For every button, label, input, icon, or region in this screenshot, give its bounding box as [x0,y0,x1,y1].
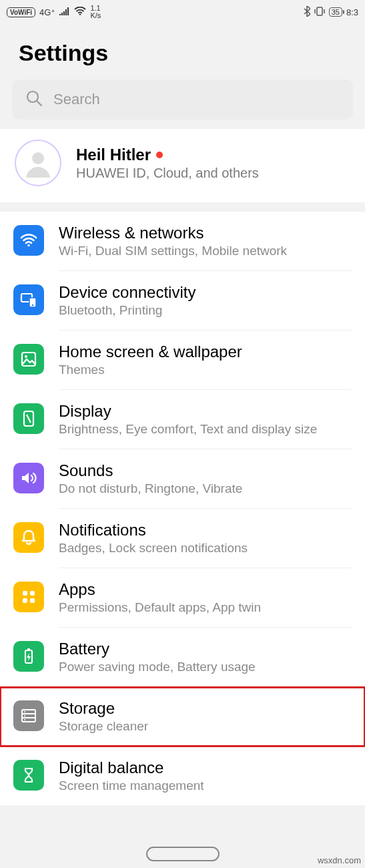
sounds-icon [13,463,44,493]
page-title: Settings [0,24,365,79]
display-icon [13,403,44,434]
svg-point-24 [24,719,25,720]
storage-icon [13,700,44,731]
status-bar-right: 35 8:3 [304,6,358,19]
row-title: Battery [59,640,352,658]
status-bar-left: VoWiFi 4G⁺ 1.1 K/s [7,5,101,19]
cellular-icon: 4G⁺ [39,7,55,17]
row-title: Display [59,402,352,421]
settings-row-storage[interactable]: StorageStorage cleaner [0,687,365,746]
search-icon [25,89,43,110]
row-subtitle: Screen time management [59,779,352,793]
svg-line-12 [27,415,31,423]
row-subtitle: Themes [59,363,352,377]
svg-point-4 [32,152,44,164]
svg-point-22 [24,711,25,712]
svg-rect-15 [23,598,27,603]
notifications-icon [13,522,44,553]
section-divider [0,202,365,212]
avatar [15,140,61,186]
vowifi-badge: VoWiFi [7,7,35,17]
row-title: Apps [59,580,352,599]
account-subtitle: HUAWEI ID, Cloud, and others [76,166,259,181]
row-subtitle: Power saving mode, Battery usage [59,660,352,674]
settings-row-digital-balance[interactable]: Digital balanceScreen time management [0,746,365,805]
row-title: Digital balance [59,758,352,777]
svg-point-0 [79,13,81,15]
row-title: Device connectivity [59,283,352,302]
settings-row-battery[interactable]: BatteryPower saving mode, Battery usage [0,628,365,687]
watermark: wsxdn.com [318,855,361,865]
row-title: Home screen & wallpaper [59,343,352,361]
row-subtitle: Storage cleaner [59,719,352,734]
settings-row-wifi[interactable]: Wireless & networksWi-Fi, Dual SIM setti… [0,212,365,271]
row-subtitle: Permissions, Default apps, App twin [59,600,352,615]
row-subtitle: Badges, Lock screen notifications [59,541,352,556]
settings-row-apps[interactable]: AppsPermissions, Default apps, App twin [0,568,365,628]
account-row[interactable]: Heil Hitler HUAWEI ID, Cloud, and others [0,129,365,202]
svg-rect-13 [23,591,27,596]
svg-rect-1 [317,7,322,15]
vibrate-icon [314,7,325,18]
bluetooth-icon [304,6,310,19]
row-subtitle: Do not disturb, Ringtone, Vibrate [59,481,352,496]
search-input[interactable]: Search [12,79,353,120]
settings-row-wallpaper[interactable]: Home screen & wallpaperThemes [0,331,365,390]
svg-point-10 [25,355,27,358]
row-title: Wireless & networks [59,224,352,242]
settings-row-display[interactable]: DisplayBrightness, Eye comfort, Text and… [0,390,365,449]
digital-balance-icon [13,760,44,791]
wifi-status-icon [74,7,86,17]
settings-row-sounds[interactable]: SoundsDo not disturb, Ringtone, Vibrate [0,449,365,509]
svg-rect-18 [27,648,30,650]
clock-text: 8:3 [346,7,358,17]
wallpaper-icon [13,344,44,375]
battery-indicator: 35 [329,7,342,17]
row-subtitle: Wi-Fi, Dual SIM settings, Mobile network [59,244,352,258]
search-placeholder: Search [53,91,100,108]
row-subtitle: Brightness, Eye comfort, Text and displa… [59,422,352,437]
svg-rect-9 [22,353,35,366]
svg-rect-14 [30,591,35,596]
navigation-pill[interactable] [146,847,220,861]
settings-row-notifications[interactable]: NotificationsBadges, Lock screen notific… [0,509,365,568]
account-name: Heil Hitler [76,146,151,164]
status-bar: VoWiFi 4G⁺ 1.1 K/s 35 8:3 [0,0,365,24]
svg-line-3 [37,101,41,105]
notification-dot-icon [156,152,163,158]
device-connectivity-icon [13,284,44,315]
svg-rect-16 [30,598,35,603]
apps-icon [13,582,44,612]
signal-bars-icon [59,7,70,17]
network-speed: 1.1 K/s [90,5,101,19]
row-title: Notifications [59,521,352,539]
settings-row-device-connectivity[interactable]: Device connectivityBluetooth, Printing [0,271,365,331]
row-title: Sounds [59,461,352,480]
row-title: Storage [59,699,352,718]
svg-point-5 [27,244,30,247]
settings-list: Wireless & networksWi-Fi, Dual SIM setti… [0,212,365,805]
svg-point-23 [24,715,25,716]
wifi-icon [13,225,44,256]
battery-icon [13,641,44,672]
svg-point-8 [32,304,33,306]
account-text: Heil Hitler HUAWEI ID, Cloud, and others [76,146,259,181]
row-subtitle: Bluetooth, Printing [59,303,352,318]
